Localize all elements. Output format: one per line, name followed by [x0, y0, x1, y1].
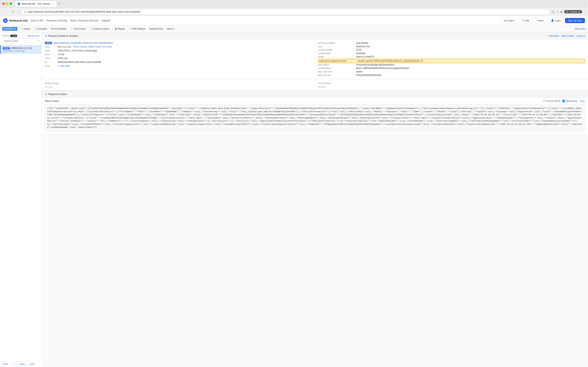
edit-icon: ✎ — [522, 19, 524, 22]
query-strings-title: Query strings — [45, 82, 311, 85]
pagination-first[interactable]: First — [3, 363, 8, 366]
note-label: Note — [45, 65, 56, 67]
app-logo: W Webhook.site — [3, 18, 28, 23]
toolbar-id-icon: ● — [4, 27, 5, 30]
inbox-count: 1/100 — [10, 35, 17, 37]
header-name: content-length — [318, 49, 356, 51]
help-icon[interactable]: ? — [38, 39, 39, 42]
detail-row-size: Size 2.5 kB — [45, 53, 311, 56]
censys-link[interactable]: Censys — [95, 45, 102, 48]
minimize-button[interactable] — [6, 2, 9, 5]
search-input[interactable] — [2, 39, 37, 43]
toolbar-replay[interactable]: ▶ Replay — [114, 27, 126, 31]
section-header-left: ▼ Request Details & Headers — [45, 34, 78, 37]
permalink-link[interactable]: Permalink — [549, 35, 559, 37]
date-value: 03/01/2025 1:19:07 AM (a minute ago) — [58, 49, 97, 52]
profile-icon[interactable]: ⊞ — [560, 10, 562, 13]
tab-title: Webhook.site - Test, transfo... — [21, 2, 52, 5]
request-content-collapse-icon: ▼ — [45, 93, 47, 96]
header-row: authorizationBasic YWRtaW46kReTRrMmJxVUV… — [318, 67, 585, 70]
app-name: Webhook.site — [9, 19, 28, 22]
menu-icon[interactable]: ⋮ — [584, 10, 587, 13]
virustotal-link[interactable]: VirusTotal — [103, 45, 112, 48]
time-value: 0.001 sec — [58, 57, 68, 60]
header-row: rangebytes=0-1048575 — [318, 55, 585, 58]
raw-copy-button[interactable]: Copy — [579, 100, 585, 102]
header-value: gzip,deflate — [356, 42, 368, 44]
search-icon[interactable]: 🔍 — [552, 10, 555, 13]
pagination-next[interactable]: Next → — [20, 363, 27, 366]
nav-docs[interactable]: Docs & API — [31, 19, 43, 22]
tab-close-icon[interactable]: ✕ — [53, 3, 54, 5]
add-note-button[interactable]: ✏ Add Note — [58, 65, 70, 67]
tab-bar: W Webhook.site - Test, transfo... ✕ + — [15, 1, 582, 7]
toolbar-share[interactable]: ⤴ Share — [21, 27, 32, 31]
window-controls[interactable]: ⌄ — [583, 2, 586, 5]
format-json-checkbox[interactable] — [543, 100, 545, 102]
bookmark-icon[interactable]: ☆ — [556, 10, 559, 13]
traffic-lights — [2, 2, 12, 5]
pagination-last[interactable]: Last — [30, 363, 34, 366]
app-header: W Webhook.site Docs & API Features & Pri… — [0, 16, 588, 25]
raw-content-title: Raw Content — [45, 100, 59, 102]
sort-button[interactable]: Newest First — [27, 35, 39, 37]
schedule-icon: 🕐 — [34, 27, 37, 30]
header-name: user-agent — [318, 63, 356, 66]
toolbar-custom-actions[interactable]: ⚡ Custom Actions — [88, 27, 111, 31]
header-value: webhook.site — [356, 45, 370, 48]
collapse-icon: ▼ — [45, 35, 47, 37]
active-tab[interactable]: W Webhook.site - Test, transfo... ✕ — [15, 1, 57, 7]
url-bar[interactable]: 🔒 https://webhook.site/#!/view/f01f9f2c-… — [22, 9, 550, 15]
shodan-link[interactable]: Shodan — [80, 45, 87, 48]
header-actions: ⧉ Copy ▾ ✎ Edit + New 👤 Login Sign Up No… — [502, 18, 585, 24]
toolbar-separator-2 — [112, 27, 112, 31]
edit-button[interactable]: ✎ Edit — [519, 18, 532, 23]
netlify-link[interactable]: Netlify — [88, 45, 94, 48]
header-name: mykaarma-signature-token — [319, 60, 357, 62]
reload-button[interactable]: ↻ — [10, 9, 15, 14]
toolbar-more[interactable]: More ▾ — [165, 27, 175, 31]
login-button[interactable]: 👤 Login — [548, 18, 563, 23]
address-bar: ‹ › ↻ ⌂ 🔒 https://webhook.site/#!/view/f… — [0, 8, 588, 16]
user-icon: 👤 — [551, 19, 554, 22]
toolbar-id[interactable]: ● f01f9f2c ▾ — [2, 27, 17, 31]
header-row: hostwebhook.site — [318, 45, 585, 48]
back-button[interactable]: ‹ — [1, 9, 5, 14]
request-url[interactable]: https://webhook.site/f01f9f2c-96c8-4f1f-… — [53, 42, 113, 44]
new-button[interactable]: + New — [533, 18, 546, 23]
logo-icon: W — [3, 18, 8, 23]
copy-as-link[interactable]: Copy as — [577, 35, 585, 37]
fullscreen-button[interactable] — [9, 2, 12, 5]
show-intro-button[interactable]: Show Intro — [575, 27, 586, 30]
whois-link[interactable]: Whois — [73, 45, 79, 48]
home-button[interactable]: ⌂ — [17, 9, 21, 14]
raw-content-link[interactable]: Raw content — [562, 35, 574, 37]
incognito-label: Incognito (2) — [569, 11, 581, 13]
tab-favicon: W — [17, 2, 20, 5]
copy-icon: ⧉ — [504, 19, 506, 22]
signup-button[interactable]: Sign Up Now — [565, 18, 585, 23]
toolbar-xhr-redirect[interactable]: ↔ XHR Redirect — [127, 27, 147, 31]
word-wrap-checkbox[interactable] — [562, 100, 565, 102]
forward-button[interactable]: › — [6, 9, 9, 14]
nav-support[interactable]: Support — [102, 19, 110, 22]
nav-terms[interactable]: Terms, Privacy & Security — [70, 19, 98, 22]
inbox-label: INBOX 1/100 — [2, 34, 17, 37]
new-tab-button[interactable]: + — [58, 1, 61, 7]
sidebar-request-item[interactable]: POST #9f465 65.0.111.231 03/01/2025 1:19… — [0, 45, 42, 54]
format-json-checkbox-label[interactable]: Format JSON — [543, 100, 560, 102]
request-content-header[interactable]: ▼ Request Content — [42, 91, 588, 98]
copy-dropdown-icon: ▾ — [513, 19, 515, 22]
detail-row-date: Date 03/01/2025 1:19:07 AM (a minute ago… — [45, 49, 311, 52]
close-button[interactable] — [2, 2, 5, 5]
toolbar-csv-export[interactable]: 📄 CSV Export — [69, 27, 87, 31]
section-header[interactable]: ▼ Request Details & Headers Permalink Ra… — [42, 33, 588, 39]
query-strings: Query strings (empty) — [42, 80, 315, 90]
toolbar-redirect-now[interactable]: Redirect Now — [148, 27, 164, 31]
details-grid: POST https://webhook.site/f01f9f2c-96c8-… — [42, 39, 588, 80]
copy-button[interactable]: ⧉ Copy ▾ — [502, 18, 518, 24]
toolbar-schedule[interactable]: 🕐 Schedule — [33, 27, 49, 31]
toolbar-form-builder[interactable]: ⊞ Form Builder — [49, 27, 68, 31]
word-wrap-checkbox-label[interactable]: Word-Wrap — [562, 100, 577, 102]
nav-features[interactable]: Features & Pricing — [46, 19, 67, 22]
